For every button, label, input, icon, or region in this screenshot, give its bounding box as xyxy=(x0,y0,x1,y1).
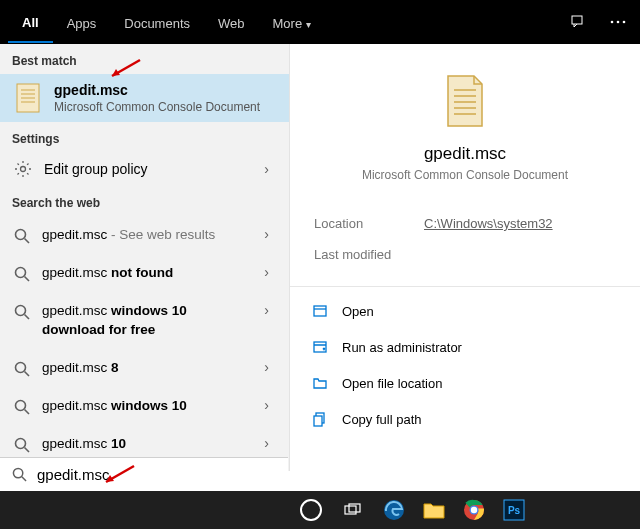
annotation-arrow xyxy=(108,58,142,82)
chevron-right-icon[interactable]: › xyxy=(264,226,275,242)
web-result-text: gpedit.msc not found xyxy=(42,264,252,282)
location-value[interactable]: C:\Windows\system32 xyxy=(424,216,553,231)
chevron-down-icon: ▾ xyxy=(306,19,311,30)
annotation-arrow xyxy=(102,464,136,488)
best-match-title: gpedit.msc xyxy=(54,82,260,98)
preview-title: gpedit.msc xyxy=(424,144,506,164)
settings-item-edit-group-policy[interactable]: Edit group policy › xyxy=(0,152,289,186)
chevron-right-icon[interactable]: › xyxy=(264,435,275,451)
last-modified-label: Last modified xyxy=(314,247,424,262)
search-web-header: Search the web xyxy=(0,186,289,216)
search-category-tabs: All Apps Documents Web More▾ xyxy=(0,0,640,44)
best-match-result[interactable]: gpedit.msc Microsoft Common Console Docu… xyxy=(0,74,289,122)
web-result[interactable]: gpedit.msc windows 10 › xyxy=(0,387,289,425)
svg-point-20 xyxy=(16,439,26,449)
svg-text:Ps: Ps xyxy=(508,505,521,516)
svg-point-3 xyxy=(623,21,626,24)
svg-point-31 xyxy=(13,468,22,477)
svg-rect-0 xyxy=(572,16,582,24)
chevron-right-icon[interactable]: › xyxy=(264,302,275,318)
web-result[interactable]: gpedit.msc windows 10 download for free … xyxy=(0,292,289,348)
shield-icon xyxy=(312,339,328,355)
taskbar: Ps xyxy=(0,491,640,529)
search-icon xyxy=(14,228,30,244)
action-open-label: Open xyxy=(342,304,374,319)
document-icon-large xyxy=(440,72,490,130)
svg-point-1 xyxy=(611,21,614,24)
chevron-right-icon[interactable]: › xyxy=(264,359,275,375)
action-open-location[interactable]: Open file location xyxy=(306,365,624,401)
svg-line-17 xyxy=(25,371,30,376)
tab-all[interactable]: All xyxy=(8,2,53,43)
svg-rect-33 xyxy=(345,506,356,514)
search-results-pane: Best match gpedit.msc Microsoft Common C… xyxy=(0,44,290,471)
action-run-admin-label: Run as administrator xyxy=(342,340,462,355)
svg-line-11 xyxy=(25,239,30,244)
edge-icon xyxy=(383,499,405,521)
settings-item-label: Edit group policy xyxy=(44,161,252,177)
svg-point-9 xyxy=(21,167,26,172)
taskbar-app-edge[interactable] xyxy=(374,491,414,529)
svg-line-15 xyxy=(25,315,30,320)
feedback-icon[interactable] xyxy=(560,4,596,40)
folder-icon xyxy=(423,501,445,519)
svg-rect-28 xyxy=(314,342,326,352)
svg-point-18 xyxy=(16,401,26,411)
web-result-text: gpedit.msc 10 xyxy=(42,435,252,453)
svg-line-19 xyxy=(25,410,30,415)
svg-point-38 xyxy=(471,507,477,513)
taskbar-app-chrome[interactable] xyxy=(454,491,494,529)
folder-icon xyxy=(312,375,328,391)
svg-rect-27 xyxy=(314,306,326,316)
taskbar-app-photoshop[interactable]: Ps xyxy=(494,491,534,529)
svg-rect-30 xyxy=(314,416,322,426)
more-options-icon[interactable] xyxy=(600,10,636,34)
tab-more[interactable]: More▾ xyxy=(259,3,326,42)
best-match-subtitle: Microsoft Common Console Document xyxy=(54,100,260,114)
copy-icon xyxy=(312,411,328,427)
web-result-text: gpedit.msc 8 xyxy=(42,359,252,377)
action-open[interactable]: Open xyxy=(306,293,624,329)
web-result-text: gpedit.msc windows 10 xyxy=(42,397,252,415)
search-icon xyxy=(14,399,30,415)
svg-point-10 xyxy=(16,230,26,240)
cortana-button[interactable] xyxy=(290,491,332,529)
chevron-right-icon[interactable]: › xyxy=(264,397,275,413)
gear-icon xyxy=(14,160,32,178)
web-result[interactable]: gpedit.msc 8 › xyxy=(0,349,289,387)
action-copy-path[interactable]: Copy full path xyxy=(306,401,624,437)
svg-line-21 xyxy=(25,448,30,453)
svg-point-2 xyxy=(617,21,620,24)
search-icon xyxy=(14,266,30,282)
svg-point-14 xyxy=(16,306,26,316)
action-run-admin[interactable]: Run as administrator xyxy=(306,329,624,365)
web-result-text: gpedit.msc windows 10 download for free xyxy=(42,302,252,338)
photoshop-icon: Ps xyxy=(503,499,525,521)
chevron-right-icon[interactable]: › xyxy=(264,161,275,177)
chrome-icon xyxy=(463,499,485,521)
tab-apps[interactable]: Apps xyxy=(53,3,111,42)
search-icon xyxy=(14,437,30,453)
location-label: Location xyxy=(314,216,424,231)
document-icon xyxy=(14,82,42,114)
svg-point-16 xyxy=(16,362,26,372)
preview-pane: gpedit.msc Microsoft Common Console Docu… xyxy=(290,44,640,471)
svg-line-32 xyxy=(22,477,26,481)
preview-subtitle: Microsoft Common Console Document xyxy=(362,168,568,182)
chevron-right-icon[interactable]: › xyxy=(264,264,275,280)
action-open-location-label: Open file location xyxy=(342,376,442,391)
best-match-header: Best match xyxy=(0,44,289,74)
cortana-icon xyxy=(300,499,322,521)
svg-point-12 xyxy=(16,268,26,278)
tab-web[interactable]: Web xyxy=(204,3,259,42)
web-result[interactable]: gpedit.msc - See web results › xyxy=(0,216,289,254)
web-result[interactable]: gpedit.msc not found › xyxy=(0,254,289,292)
search-icon xyxy=(14,304,30,320)
search-input[interactable] xyxy=(37,466,276,483)
search-icon xyxy=(14,361,30,377)
tab-documents[interactable]: Documents xyxy=(110,3,204,42)
svg-line-13 xyxy=(25,277,30,282)
task-view-icon xyxy=(344,503,362,517)
task-view-button[interactable] xyxy=(332,491,374,529)
taskbar-app-explorer[interactable] xyxy=(414,491,454,529)
